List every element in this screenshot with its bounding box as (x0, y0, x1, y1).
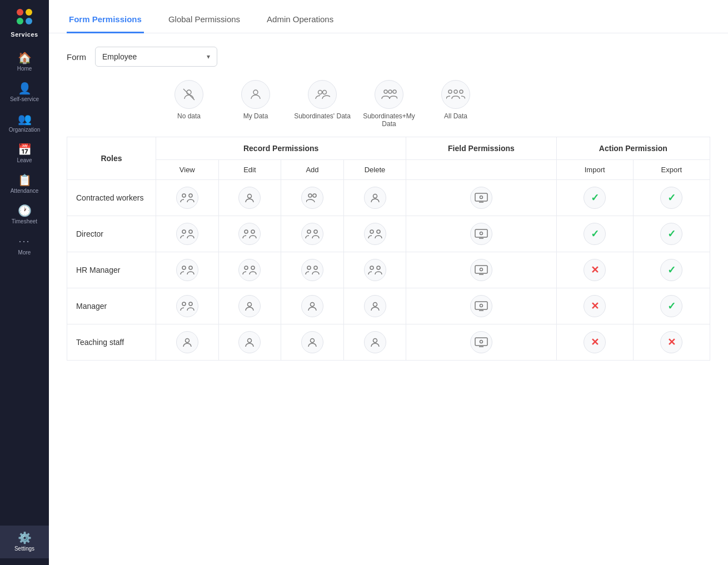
no-data-icon (174, 80, 203, 109)
tabs-bar: Form Permissions Global Permissions Admi… (49, 0, 728, 33)
td-import[interactable]: ✓ (556, 216, 633, 252)
td-view[interactable] (156, 180, 219, 216)
edit-icon (238, 259, 261, 281)
sidebar-item-leave-label: Leave (17, 157, 32, 163)
settings-icon: ⚙️ (18, 532, 32, 543)
td-field[interactable] (406, 216, 556, 252)
sidebar-item-self-service-label: Self-service (10, 96, 39, 102)
table-row: Teaching staff ✕ (67, 324, 710, 361)
td-edit[interactable] (218, 288, 281, 324)
td-view[interactable] (156, 324, 219, 361)
th-edit: Edit (218, 160, 281, 180)
role-name: HR Manager (67, 252, 156, 288)
no-data-label: No data (177, 112, 201, 120)
td-export[interactable]: ✕ (633, 324, 710, 361)
delete-icon (364, 223, 386, 245)
scope-header-row: No data My Data (156, 80, 710, 128)
svg-point-14 (308, 194, 312, 197)
td-field[interactable] (406, 180, 556, 216)
sidebar-item-attendance[interactable]: 📋 Attendance (0, 169, 49, 199)
td-view[interactable] (156, 252, 219, 288)
sidebar-item-more[interactable]: ··· More (0, 230, 49, 261)
td-delete[interactable] (343, 180, 406, 216)
sidebar-item-self-service[interactable]: 👤 Self-service (0, 77, 49, 108)
svg-point-40 (189, 302, 192, 306)
svg-point-28 (480, 232, 482, 235)
th-record-permissions: Record Permissions (156, 137, 406, 160)
table-row: Manager ✕ (67, 288, 710, 324)
export-check-icon: ✓ (660, 187, 682, 209)
td-view[interactable] (156, 216, 219, 252)
svg-point-26 (377, 230, 380, 233)
svg-point-38 (480, 268, 482, 271)
td-export[interactable]: ✓ (633, 180, 710, 216)
field-icon (470, 295, 492, 317)
field-icon (470, 331, 492, 353)
th-view: View (156, 160, 219, 180)
sidebar-item-settings[interactable]: ⚙️ Settings (0, 526, 49, 558)
td-add[interactable] (281, 288, 344, 324)
edit-icon (238, 295, 261, 317)
tab-admin-operations[interactable]: Admin Operations (265, 14, 336, 33)
svg-point-10 (460, 90, 463, 93)
role-name: Teaching staff (67, 324, 156, 361)
timesheet-icon: 🕐 (18, 205, 32, 216)
attendance-icon: 📋 (18, 174, 32, 186)
logo-dot-yellow (26, 9, 32, 16)
svg-point-39 (182, 302, 186, 306)
sidebar-item-home-label: Home (17, 66, 32, 72)
svg-point-8 (448, 90, 452, 93)
td-delete[interactable] (343, 288, 406, 324)
sidebar-item-home[interactable]: 🏠 Home (0, 47, 49, 77)
subordinates-my-data-icon (375, 80, 403, 109)
td-import[interactable]: ✕ (556, 324, 633, 361)
import-cross-icon: ✕ (584, 259, 606, 281)
form-selector[interactable]: Employee ▾ (95, 47, 217, 67)
svg-rect-27 (475, 229, 487, 237)
td-edit[interactable] (218, 252, 281, 288)
add-icon (301, 295, 323, 317)
permissions-table: Roles Record Permissions Field Permissio… (67, 137, 710, 361)
td-export[interactable]: ✓ (633, 216, 710, 252)
svg-point-31 (245, 266, 248, 269)
sidebar-item-timesheet[interactable]: 🕐 Timesheet (0, 199, 49, 230)
td-export[interactable]: ✓ (633, 288, 710, 324)
import-cross-icon: ✕ (584, 331, 606, 353)
sidebar-item-more-label: More (18, 249, 31, 256)
content-area: Form Employee ▾ No data (49, 33, 728, 374)
chevron-down-icon: ▾ (207, 53, 210, 61)
sidebar-settings-label: Settings (14, 546, 34, 552)
td-edit[interactable] (218, 180, 281, 216)
th-field (406, 160, 556, 180)
td-export[interactable]: ✓ (633, 252, 710, 288)
svg-point-12 (189, 194, 192, 197)
tab-global-permissions[interactable]: Global Permissions (166, 14, 242, 33)
td-import[interactable]: ✓ (556, 180, 633, 216)
td-delete[interactable] (343, 324, 406, 361)
tab-form-permissions[interactable]: Form Permissions (67, 14, 144, 33)
td-field[interactable] (406, 288, 556, 324)
sidebar-item-organization[interactable]: 👥 Organization (0, 108, 49, 138)
form-label: Form (67, 52, 86, 62)
my-data-icon (241, 80, 270, 109)
form-selected-value: Employee (102, 52, 137, 61)
td-view[interactable] (156, 288, 219, 324)
svg-rect-17 (475, 193, 487, 201)
svg-point-42 (310, 303, 314, 307)
td-edit[interactable] (218, 324, 281, 361)
td-edit[interactable] (218, 216, 281, 252)
td-field[interactable] (406, 252, 556, 288)
sidebar-item-leave[interactable]: 📅 Leave (0, 138, 49, 169)
td-delete[interactable] (343, 216, 406, 252)
td-import[interactable]: ✕ (556, 288, 633, 324)
td-field[interactable] (406, 324, 556, 361)
td-import[interactable]: ✕ (556, 252, 633, 288)
td-add[interactable] (281, 180, 344, 216)
td-add[interactable] (281, 252, 344, 288)
td-add[interactable] (281, 324, 344, 361)
td-delete[interactable] (343, 252, 406, 288)
scope-my-data: My Data (222, 80, 289, 128)
td-add[interactable] (281, 216, 344, 252)
th-delete: Delete (343, 160, 406, 180)
delete-icon (364, 259, 386, 281)
